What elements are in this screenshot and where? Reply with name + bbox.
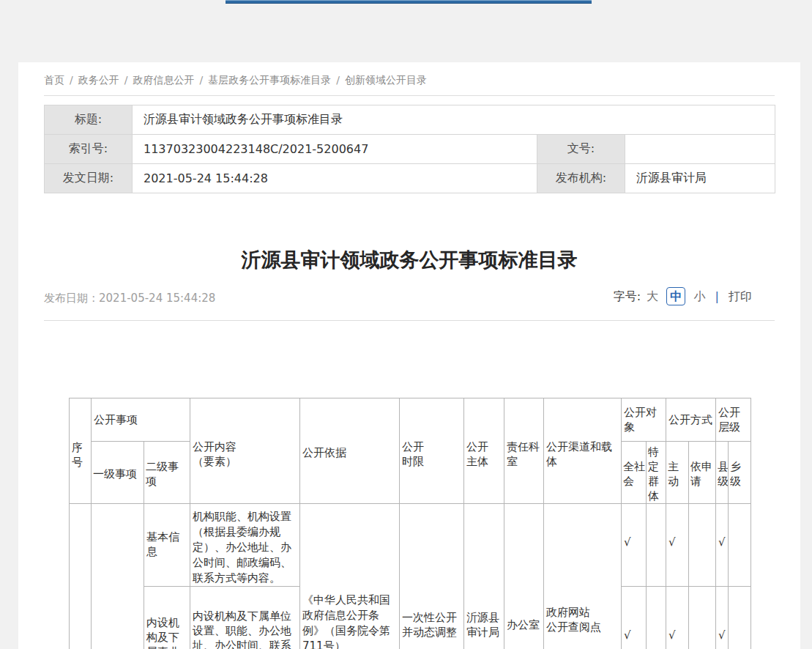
meta-row-index: 索引号: 11370323004223148C/2021-5200647 文号: xyxy=(45,135,775,164)
cell-yishenqing-2 xyxy=(689,587,716,649)
meta-agency-label: 发布机构: xyxy=(537,164,625,193)
cell-teding-2 xyxy=(647,587,666,649)
meta-index-value: 11370323004223148C/2021-5200647 xyxy=(133,135,537,164)
breadcrumb-separator: / xyxy=(336,74,340,86)
meta-row-title: 标题: 沂源县审计领域政务公开事项标准目录 xyxy=(45,105,775,135)
cell-erji-2: 内设机 构及下 属事业 单位 xyxy=(144,587,190,649)
th-quanshehui: 全社 会 xyxy=(622,442,647,504)
meta-index-label: 索引号: xyxy=(45,135,133,164)
breadcrumb: 首页/政务公开/政府信息公开/基层政务公开事项标准目录/创新领域公开目录 xyxy=(44,74,427,87)
meta-docno-value xyxy=(625,135,775,164)
cell-yishenqing-1 xyxy=(689,504,716,587)
th-xuhao: 序 号 xyxy=(70,398,92,504)
th-zhuti: 公开 主体 xyxy=(464,398,504,504)
th-neirong: 公开内容 （要素） xyxy=(190,398,300,504)
th-shixian: 公开 时限 xyxy=(400,398,464,504)
cell-xuhao xyxy=(70,504,92,649)
th-zhudong: 主 动 xyxy=(666,442,689,504)
cell-neirong-2: 内设机构及下属单位 设置、职能、办公地 址、办公时间、联系 方式、负责人姓名等 xyxy=(190,587,300,649)
cell-xiangji-2 xyxy=(729,587,751,649)
print-button[interactable]: 打印 xyxy=(729,289,752,303)
font-medium-button[interactable]: 中 xyxy=(666,287,685,305)
th-keshi: 责任科 室 xyxy=(504,398,544,504)
top-nav-bar-fragment xyxy=(226,0,592,4)
font-size-label: 字号: xyxy=(614,289,641,303)
cell-erji-1: 基本信 息 xyxy=(144,504,190,587)
cell-xianji-2: √ xyxy=(716,587,729,649)
page-title: 沂源县审计领域政务公开事项标准目录 xyxy=(18,247,800,273)
cell-zhudong-2: √ xyxy=(666,587,689,649)
th-yishenqing: 依申 请 xyxy=(689,442,716,504)
cell-yiji xyxy=(92,504,144,649)
breadcrumb-divider xyxy=(44,95,775,96)
breadcrumb-separator: / xyxy=(124,74,128,86)
meta-agency-value: 沂源县审计局 xyxy=(625,164,775,193)
catalog-table: 序 号 公开事项 公开内容 （要素） 公开依据 公开 时限 公开 主体 责任科 … xyxy=(69,398,751,649)
publish-date: 发布日期：2021-05-24 15:44:28 xyxy=(44,292,215,305)
breadcrumb-item-zhengwu[interactable]: 政务公开 xyxy=(78,74,119,86)
th-qudao: 公开渠道和载 体 xyxy=(544,398,622,504)
meta-title-value: 沂源县审计领域政务公开事项标准目录 xyxy=(133,105,775,135)
th-cengji: 公开 层级 xyxy=(716,398,751,442)
th-duixiang: 公开对 象 xyxy=(622,398,666,442)
breadcrumb-item-chuangxin[interactable]: 创新领域公开目录 xyxy=(345,74,427,86)
breadcrumb-item-home[interactable]: 首页 xyxy=(44,74,64,86)
meta-title-label: 标题: xyxy=(45,105,133,135)
meta-date-label: 发文日期: xyxy=(45,164,133,193)
breadcrumb-separator: / xyxy=(70,74,73,86)
catalog-row-1: 基本信 息 机构职能、机构设置 （根据县委编办规 定）、办公地址、办 公时间、邮… xyxy=(70,504,751,587)
cell-teding-1 xyxy=(647,504,666,587)
cell-quanshehui-1: √ xyxy=(622,504,647,587)
cell-neirong-1: 机构职能、机构设置 （根据县委编办规 定）、办公地址、办 公时间、邮政编码、 联… xyxy=(190,504,300,587)
meta-date-value: 2021-05-24 15:44:28 xyxy=(133,164,537,193)
publish-date-label: 发布日期： xyxy=(44,292,99,305)
cell-zhuti: 沂源县 审计局 xyxy=(464,504,504,649)
cell-shixian: 一次性公开 并动态调整 xyxy=(400,504,464,649)
cell-quanshehui-2: √ xyxy=(622,587,647,649)
font-large-button[interactable]: 大 xyxy=(647,289,658,303)
title-divider xyxy=(44,320,775,321)
content-panel: 首页/政务公开/政府信息公开/基层政务公开事项标准目录/创新领域公开目录 标题:… xyxy=(18,62,800,649)
catalog-header-row-1: 序 号 公开事项 公开内容 （要素） 公开依据 公开 时限 公开 主体 责任科 … xyxy=(70,398,751,442)
breadcrumb-item-xinxi[interactable]: 政府信息公开 xyxy=(133,74,194,86)
th-xiangji: 乡 级 xyxy=(729,442,751,504)
th-fangshi: 公开方式 xyxy=(666,398,716,442)
font-small-button[interactable]: 小 xyxy=(693,289,705,303)
cell-xiangji-1 xyxy=(729,504,751,587)
breadcrumb-separator: / xyxy=(199,74,203,86)
cell-yiju: 《中华人民共和国 政府信息公开条 例》（国务院令第 711号） xyxy=(300,504,400,649)
th-shixiang: 公开事项 xyxy=(92,398,190,442)
document-meta-table: 标题: 沂源县审计领域政务公开事项标准目录 索引号: 1137032300422… xyxy=(44,105,775,193)
cell-keshi: 办公室 xyxy=(504,504,544,649)
controls-separator: | xyxy=(715,289,719,303)
th-yiju: 公开依据 xyxy=(300,398,400,504)
breadcrumb-item-jiceng[interactable]: 基层政务公开事项标准目录 xyxy=(208,74,331,86)
cell-qudao: 政府网站 公开查阅点 xyxy=(544,504,622,649)
th-teding: 特 定 群 体 xyxy=(647,442,666,504)
meta-row-date: 发文日期: 2021-05-24 15:44:28 发布机构: 沂源县审计局 xyxy=(45,164,775,193)
th-xianji: 县 级 xyxy=(716,442,729,504)
th-erji: 二级事 项 xyxy=(144,442,190,504)
th-yiji: 一级事项 xyxy=(92,442,144,504)
cell-zhudong-1: √ xyxy=(666,504,689,587)
meta-docno-label: 文号: xyxy=(537,135,625,164)
publish-date-value: 2021-05-24 15:44:28 xyxy=(99,292,215,305)
cell-xianji-1: √ xyxy=(716,504,729,587)
font-size-controls: 字号: 大 中 小 | 打印 xyxy=(614,289,752,305)
